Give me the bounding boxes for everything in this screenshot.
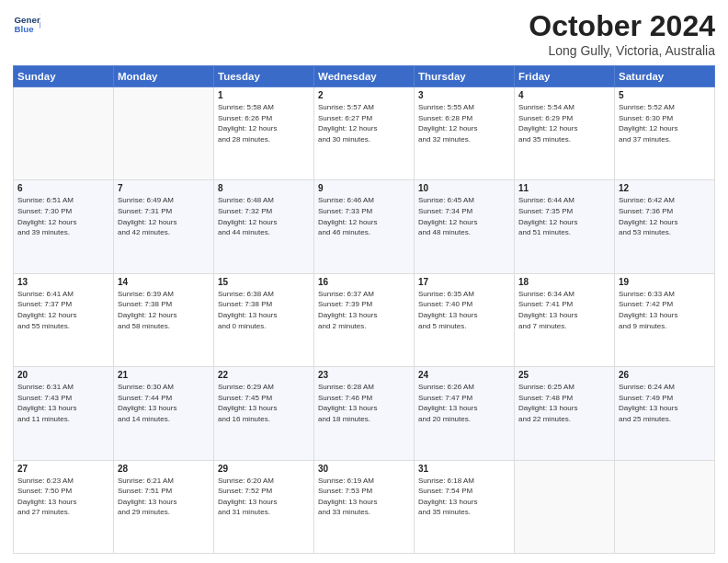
sunset-text: Sunset: 7:34 PM: [418, 207, 472, 215]
table-row: 15Sunrise: 6:38 AMSunset: 7:38 PMDayligh…: [214, 273, 314, 366]
sunrise-text: Sunrise: 5:52 AM: [619, 103, 675, 111]
sunrise-text: Sunrise: 6:19 AM: [318, 477, 374, 485]
calendar-week-row: 27Sunrise: 6:23 AMSunset: 7:50 PMDayligh…: [14, 460, 715, 553]
day-info: Sunrise: 6:21 AMSunset: 7:51 PMDaylight:…: [118, 476, 210, 518]
sunset-text: Sunset: 7:36 PM: [619, 207, 673, 215]
day-number: 18: [518, 277, 610, 287]
sunset-text: Sunset: 6:29 PM: [518, 114, 573, 122]
daylight-cont: and 5 minutes.: [418, 322, 466, 330]
day-info: Sunrise: 5:57 AMSunset: 6:27 PMDaylight:…: [318, 102, 410, 144]
daylight-text: Daylight: 13 hours: [318, 311, 377, 319]
day-info: Sunrise: 6:26 AMSunset: 7:47 PMDaylight:…: [418, 382, 510, 424]
daylight-text: Daylight: 12 hours: [17, 311, 76, 319]
day-number: 12: [619, 183, 711, 193]
table-row: 1Sunrise: 5:58 AMSunset: 6:26 PMDaylight…: [214, 87, 314, 180]
table-row: 30Sunrise: 6:19 AMSunset: 7:53 PMDayligh…: [314, 460, 415, 553]
table-row: 8Sunrise: 6:48 AMSunset: 7:32 PMDaylight…: [214, 180, 314, 273]
sunrise-text: Sunrise: 6:29 AM: [218, 383, 274, 391]
day-number: 11: [518, 183, 610, 193]
day-number: 23: [318, 370, 410, 380]
day-info: Sunrise: 5:55 AMSunset: 6:28 PMDaylight:…: [418, 102, 510, 144]
daylight-cont: and 42 minutes.: [118, 228, 170, 236]
daylight-cont: and 58 minutes.: [118, 322, 170, 330]
day-number: 15: [218, 277, 310, 287]
sunset-text: Sunset: 7:41 PM: [518, 300, 573, 308]
daylight-cont: and 7 minutes.: [518, 322, 566, 330]
day-number: 19: [619, 277, 711, 287]
day-info: Sunrise: 6:49 AMSunset: 7:31 PMDaylight:…: [118, 195, 210, 237]
sunrise-text: Sunrise: 6:34 AM: [518, 290, 574, 298]
table-row: 21Sunrise: 6:30 AMSunset: 7:44 PMDayligh…: [114, 367, 214, 460]
table-row: 27Sunrise: 6:23 AMSunset: 7:50 PMDayligh…: [14, 460, 114, 553]
sunrise-text: Sunrise: 6:31 AM: [17, 383, 74, 391]
day-number: 29: [218, 464, 310, 474]
day-number: 20: [17, 370, 109, 380]
daylight-cont: and 16 minutes.: [218, 415, 270, 423]
day-info: Sunrise: 6:33 AMSunset: 7:42 PMDaylight:…: [619, 289, 711, 331]
daylight-text: Daylight: 12 hours: [619, 124, 677, 132]
table-row: 5Sunrise: 5:52 AMSunset: 6:30 PMDaylight…: [615, 87, 715, 180]
day-info: Sunrise: 5:58 AMSunset: 6:26 PMDaylight:…: [218, 102, 310, 144]
sunrise-text: Sunrise: 6:18 AM: [418, 477, 474, 485]
daylight-cont: and 44 minutes.: [218, 228, 270, 236]
sunrise-text: Sunrise: 6:48 AM: [218, 196, 274, 204]
table-row: 22Sunrise: 6:29 AMSunset: 7:45 PMDayligh…: [214, 367, 314, 460]
table-row: 17Sunrise: 6:35 AMSunset: 7:40 PMDayligh…: [415, 273, 515, 366]
table-row: 26Sunrise: 6:24 AMSunset: 7:49 PMDayligh…: [615, 367, 715, 460]
sunset-text: Sunset: 7:51 PM: [118, 487, 172, 495]
day-info: Sunrise: 6:29 AMSunset: 7:45 PMDaylight:…: [218, 382, 310, 424]
daylight-text: Daylight: 13 hours: [118, 498, 176, 506]
day-info: Sunrise: 6:18 AMSunset: 7:54 PMDaylight:…: [418, 476, 510, 518]
daylight-text: Daylight: 12 hours: [518, 124, 577, 132]
daylight-text: Daylight: 12 hours: [218, 124, 277, 132]
col-wednesday: Wednesday: [314, 66, 415, 87]
daylight-text: Daylight: 13 hours: [619, 404, 677, 412]
daylight-cont: and 27 minutes.: [17, 508, 70, 516]
daylight-cont: and 30 minutes.: [318, 135, 370, 144]
col-monday: Monday: [114, 66, 214, 87]
daylight-text: Daylight: 13 hours: [17, 404, 76, 412]
table-row: 2Sunrise: 5:57 AMSunset: 6:27 PMDaylight…: [314, 87, 415, 180]
day-info: Sunrise: 6:51 AMSunset: 7:30 PMDaylight:…: [17, 195, 109, 237]
day-info: Sunrise: 5:54 AMSunset: 6:29 PMDaylight:…: [518, 102, 610, 144]
daylight-text: Daylight: 12 hours: [418, 218, 477, 226]
sunset-text: Sunset: 6:28 PM: [418, 114, 472, 122]
daylight-text: Daylight: 12 hours: [518, 218, 577, 226]
sunrise-text: Sunrise: 6:28 AM: [318, 383, 374, 391]
sunset-text: Sunset: 6:30 PM: [619, 114, 673, 122]
daylight-text: Daylight: 12 hours: [218, 218, 277, 226]
daylight-text: Daylight: 13 hours: [518, 404, 577, 412]
table-row: 20Sunrise: 6:31 AMSunset: 7:43 PMDayligh…: [14, 367, 114, 460]
day-number: 5: [619, 90, 711, 100]
day-number: 24: [418, 370, 510, 380]
day-number: 2: [318, 90, 410, 100]
sunrise-text: Sunrise: 6:21 AM: [118, 477, 174, 485]
daylight-text: Daylight: 13 hours: [218, 311, 277, 319]
day-info: Sunrise: 6:24 AMSunset: 7:49 PMDaylight:…: [619, 382, 711, 424]
sunset-text: Sunset: 7:53 PM: [318, 487, 372, 495]
day-number: 9: [318, 183, 410, 193]
day-number: 16: [318, 277, 410, 287]
day-number: 27: [17, 464, 109, 474]
day-info: Sunrise: 6:31 AMSunset: 7:43 PMDaylight:…: [17, 382, 109, 424]
daylight-text: Daylight: 13 hours: [218, 404, 277, 412]
daylight-text: Daylight: 13 hours: [619, 311, 677, 319]
page: General Blue October 2024 Long Gully, Vi…: [0, 0, 728, 563]
header: General Blue October 2024 Long Gully, Vi…: [13, 9, 715, 58]
sunset-text: Sunset: 7:49 PM: [619, 394, 673, 402]
day-number: 3: [418, 90, 510, 100]
sunrise-text: Sunrise: 6:20 AM: [218, 477, 274, 485]
sunrise-text: Sunrise: 6:23 AM: [17, 477, 74, 485]
day-info: Sunrise: 5:52 AMSunset: 6:30 PMDaylight:…: [619, 102, 711, 144]
sunrise-text: Sunrise: 6:24 AM: [619, 383, 675, 391]
table-row: 28Sunrise: 6:21 AMSunset: 7:51 PMDayligh…: [114, 460, 214, 553]
daylight-text: Daylight: 13 hours: [318, 404, 377, 412]
calendar-subtitle: Long Gully, Victoria, Australia: [529, 43, 715, 58]
day-number: 6: [17, 183, 109, 193]
sunrise-text: Sunrise: 6:35 AM: [418, 290, 474, 298]
day-number: 1: [218, 90, 310, 100]
table-row: 25Sunrise: 6:25 AMSunset: 7:48 PMDayligh…: [515, 367, 615, 460]
day-number: 28: [118, 464, 210, 474]
sunset-text: Sunset: 7:50 PM: [17, 487, 72, 495]
table-row: 12Sunrise: 6:42 AMSunset: 7:36 PMDayligh…: [615, 180, 715, 273]
